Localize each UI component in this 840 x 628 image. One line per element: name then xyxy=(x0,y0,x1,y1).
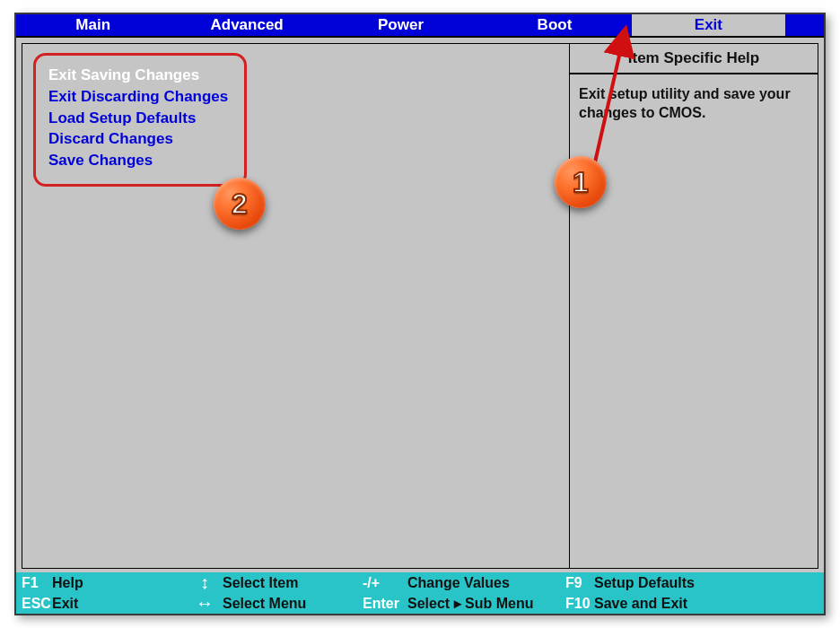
key-f9: F9 xyxy=(560,575,594,591)
leftright-arrow-icon: ↔ xyxy=(187,593,223,614)
option-discard-changes[interactable]: Discard Changes xyxy=(48,128,232,150)
bios-window: Main Advanced Power Boot Exit Exit Savin… xyxy=(14,13,826,615)
body-row: Exit Saving Changes Exit Discarding Chan… xyxy=(16,36,824,572)
menu-advanced[interactable]: Advanced xyxy=(170,14,323,36)
key-f1-label: Help xyxy=(52,575,187,591)
exit-options-box: Exit Saving Changes Exit Discarding Chan… xyxy=(33,53,247,187)
menu-exit[interactable]: Exit xyxy=(632,14,785,36)
key-updown-label: Select Item xyxy=(223,575,357,591)
top-menu-bar: Main Advanced Power Boot Exit xyxy=(16,14,824,36)
option-exit-saving-changes[interactable]: Exit Saving Changes xyxy=(48,65,232,86)
key-esc: ESC xyxy=(16,596,52,612)
menu-main[interactable]: Main xyxy=(16,14,170,36)
key-f10-label: Save and Exit xyxy=(594,596,824,612)
menu-spacer xyxy=(785,14,824,36)
key-f1: F1 xyxy=(16,575,52,591)
key-esc-label: Exit xyxy=(52,596,187,612)
updown-arrow-icon: ↕ xyxy=(187,572,223,593)
key-enter-label: Select ▸ Sub Menu xyxy=(407,595,560,612)
key-plusminus: -/+ xyxy=(357,575,407,591)
key-f10: F10 xyxy=(560,596,594,612)
option-load-setup-defaults[interactable]: Load Setup Defaults xyxy=(48,108,232,129)
main-panel: Exit Saving Changes Exit Discarding Chan… xyxy=(22,43,569,569)
key-hint-bar: F1 Help ↕ Select Item -/+ Change Values … xyxy=(16,572,824,614)
key-f9-label: Setup Defaults xyxy=(594,575,824,591)
svg-line-0 xyxy=(592,32,625,174)
menu-power[interactable]: Power xyxy=(324,14,477,36)
annotation-badge-1: 1 xyxy=(555,156,607,208)
key-plusminus-label: Change Values xyxy=(407,575,560,591)
key-enter: Enter xyxy=(357,596,407,612)
key-leftright-label: Select Menu xyxy=(223,596,357,612)
option-save-changes[interactable]: Save Changes xyxy=(48,150,232,171)
annotation-badge-2: 2 xyxy=(214,178,266,230)
option-exit-discarding-changes[interactable]: Exit Discarding Changes xyxy=(48,86,232,108)
